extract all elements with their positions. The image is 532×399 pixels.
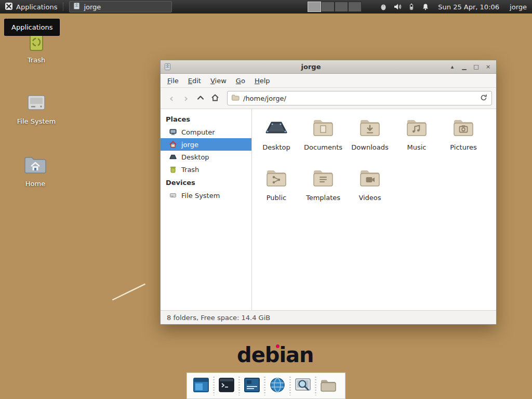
chevron-right-icon: › (184, 93, 188, 103)
sidebar-item-jorge[interactable]: jorge (161, 138, 251, 151)
terminal-alt-icon (243, 376, 261, 396)
tooltip-text: Applications (11, 23, 52, 31)
reload-button[interactable] (480, 94, 488, 103)
taskbar-window-button[interactable]: jorge (69, 1, 172, 12)
battery-icon[interactable] (407, 3, 416, 11)
templates-folder-icon (311, 167, 336, 191)
folder-icon (231, 94, 240, 103)
dock-separator (238, 377, 240, 395)
desktop-icon-label: Trash (28, 56, 45, 64)
wallpaper-line-artifact (112, 283, 145, 301)
forward-button[interactable]: › (179, 91, 193, 105)
applications-menu-button[interactable]: Applications (0, 0, 62, 14)
sidebar-item-label: Trash (181, 166, 199, 174)
sidebar-item-label: jorge (181, 141, 198, 149)
menu-help[interactable]: Help (250, 75, 275, 87)
minimize-button[interactable]: ▁ (459, 62, 469, 72)
videos-folder-icon (357, 167, 382, 191)
folder-label: Pictures (450, 143, 476, 151)
dock-separator (315, 377, 316, 395)
dock-show-desktop[interactable] (191, 376, 211, 396)
home-button[interactable] (208, 91, 222, 105)
folder-label: Desktop (262, 143, 290, 151)
dock-terminal-alt[interactable] (242, 376, 262, 396)
applications-menu-label: Applications (16, 3, 57, 11)
statusbar-text: 8 folders, Free space: 14.4 GiB (167, 314, 270, 322)
chevron-up-icon (196, 93, 205, 104)
tooltip: Applications (4, 19, 60, 36)
dock-terminal[interactable] (216, 376, 237, 396)
back-button[interactable]: ‹ (165, 91, 178, 105)
titlebar[interactable]: jorge ▴ ▁ □ × (161, 60, 496, 74)
downloads-folder-icon (357, 116, 382, 141)
globe-icon (268, 376, 287, 396)
up-button[interactable] (194, 91, 207, 105)
folder-label: Downloads (351, 143, 388, 151)
folder-downloads[interactable]: Downloads (347, 116, 393, 167)
menu-file[interactable]: File (163, 75, 183, 87)
path-entry[interactable]: /home/jorge/ (227, 91, 492, 105)
menubar: File Edit View Go Help (161, 74, 496, 88)
workspace-2[interactable] (321, 2, 335, 12)
drive-small-icon (169, 191, 177, 200)
magnifier-icon (294, 376, 312, 396)
desktop-small-icon (169, 153, 177, 161)
toolbar: ‹ › /home/jorge/ (161, 88, 496, 109)
folder-documents[interactable]: Documents (300, 116, 347, 167)
public-folder-icon (264, 167, 289, 191)
folder-icon (319, 376, 338, 396)
sidebar-item-label: File System (181, 192, 220, 200)
folder-music[interactable]: Music (393, 116, 440, 167)
maximize-button[interactable]: □ (471, 62, 481, 72)
folder-desktop[interactable]: Desktop (253, 116, 300, 167)
sidebar-item-trash[interactable]: Trash (161, 163, 251, 176)
workspace-3[interactable] (335, 2, 348, 12)
menu-edit[interactable]: Edit (183, 75, 206, 87)
folder-pictures[interactable]: Pictures (440, 116, 487, 167)
folder-public[interactable]: Public (253, 167, 300, 217)
computer-icon (169, 128, 177, 136)
dock-separator (289, 377, 291, 395)
folder-label: Templates (306, 194, 340, 202)
bell-icon[interactable] (421, 3, 430, 11)
workspace-1[interactable] (308, 2, 321, 12)
reload-icon (480, 94, 488, 103)
dock-separator (264, 377, 265, 395)
places-header: Places (161, 112, 251, 126)
sidebar-item-desktop[interactable]: Desktop (161, 151, 251, 163)
panel-clock[interactable]: Sun 25 Apr, 10:06 (438, 3, 499, 11)
trash-small-icon (169, 165, 177, 174)
system-tray (379, 3, 430, 11)
desktop-surface-icon (264, 116, 289, 141)
panel-username[interactable]: jorge (510, 3, 527, 11)
workspace-4[interactable] (348, 2, 362, 12)
file-cabinet-icon (73, 2, 81, 11)
music-folder-icon (404, 116, 429, 141)
window-icon (164, 63, 171, 71)
chevron-left-icon: ‹ (169, 93, 174, 103)
folder-templates[interactable]: Templates (300, 167, 347, 217)
sidebar: Places Computer jorge (161, 109, 252, 310)
sidebar-item-label: Desktop (181, 153, 209, 161)
close-button[interactable]: × (483, 62, 493, 72)
desktop-icon-home[interactable]: Home (8, 152, 62, 188)
dock-file-manager[interactable] (318, 376, 339, 396)
sidebar-item-computer[interactable]: Computer (161, 126, 251, 138)
documents-folder-icon (311, 116, 336, 141)
folder-videos[interactable]: Videos (347, 167, 393, 217)
dock (187, 373, 345, 399)
mouse-icon[interactable] (379, 3, 388, 11)
menu-view[interactable]: View (206, 75, 231, 87)
folder-label: Documents (304, 143, 342, 151)
sidebar-item-file-system[interactable]: File System (161, 189, 251, 202)
desktop-icon-label: File System (17, 117, 56, 125)
menu-go[interactable]: Go (231, 75, 250, 87)
shade-button[interactable]: ▴ (447, 62, 457, 72)
home-icon (210, 93, 220, 104)
dock-web-browser[interactable] (267, 376, 288, 396)
window-content: Places Computer jorge (161, 109, 496, 310)
desktop-icon-file-system[interactable]: File System (9, 89, 63, 125)
volume-icon[interactable] (393, 3, 402, 11)
dock-app-finder[interactable] (292, 376, 313, 396)
debian-logo-dot (276, 344, 280, 348)
